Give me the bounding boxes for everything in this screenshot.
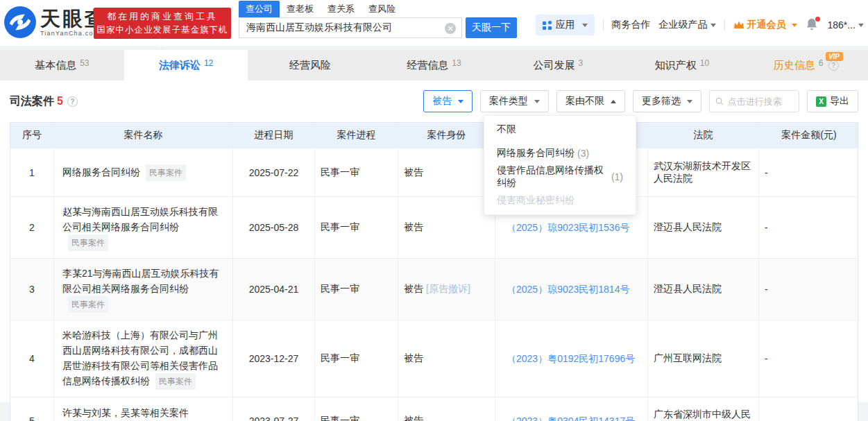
tab-label: 经营风险 xyxy=(289,59,331,72)
promo-banner-line1: 都在用的商业查询工具 xyxy=(94,10,231,24)
tianyancha-page: 天眼查 TianYanCha.com 都在用的商业查询工具 国家中小企业发展子基… xyxy=(0,0,868,421)
legal-cases-section: 司法案件 5 ? 被告 案件类型 案由不限 更多筛选 xyxy=(0,80,868,402)
chevron-down-icon xyxy=(792,24,797,27)
case-type-filter-button[interactable]: 案件类型 xyxy=(480,90,549,112)
account-menu[interactable]: 186*... xyxy=(828,19,864,31)
tab-count: 3 xyxy=(578,58,583,68)
case-number-link[interactable]: （2023）粤0192民初17696号 xyxy=(507,352,635,366)
search-tab-company[interactable]: 查公司 xyxy=(239,1,280,17)
tab-intellectual-property[interactable]: 知识产权 10 xyxy=(620,50,744,80)
apps-menu[interactable]: 应用 xyxy=(536,15,595,35)
cell-case-name: 赵某与海南西山居互动娱乐科技有限公司相关网络服务合同纠纷民事案件 xyxy=(53,197,232,258)
case-number-link[interactable]: （2025）琼9023民初1814号 xyxy=(507,282,629,296)
tab-basic-info[interactable]: 基本信息 53 xyxy=(0,50,124,80)
table-row: 4 米哈游科技（上海）有限公司与广州西山居网络科技有限公司，成都西山居世游科技有… xyxy=(10,320,858,397)
crown-icon xyxy=(733,21,744,29)
cell-case-no: （2023）粤0304民初14317号 xyxy=(495,397,647,421)
tab-label: 知识产权 xyxy=(655,59,697,72)
cause-filter-dropdown: 不限 网络服务合同纠纷 (3) 侵害作品信息网络传播权纠纷 (1) 侵害商业秘密… xyxy=(484,115,636,215)
case-name-text: 网络服务合同纠纷 xyxy=(62,166,140,178)
dropdown-item-trade-secret-dispute: 侵害商业秘密纠纷 xyxy=(484,189,636,212)
search-tab-risk[interactable]: 查风险 xyxy=(361,1,402,17)
cell-court: 武汉东湖新技术开发区人民法院 xyxy=(647,148,758,196)
table-row: 3 李某21与海南西山居互动娱乐科技有限公司相关网络服务合同纠纷民事案件 202… xyxy=(10,258,858,320)
cell-stage: 民事一审 xyxy=(314,148,398,196)
cell-no: 4 xyxy=(10,320,53,397)
tab-operating-info[interactable]: 经营信息 13 xyxy=(372,50,496,80)
nav-cooperation[interactable]: 商务合作 xyxy=(612,19,651,31)
tab-company-development[interactable]: 公司发展 3 xyxy=(496,50,620,80)
tianyancha-logo-icon xyxy=(4,6,36,38)
apps-label: 应用 xyxy=(556,19,575,31)
tab-label: 公司发展 xyxy=(533,59,575,72)
cell-role: 被告 xyxy=(398,197,495,258)
search-input[interactable] xyxy=(239,18,461,37)
cause-filter-button[interactable]: 案由不限 xyxy=(556,90,625,112)
more-filters-label: 更多筛选 xyxy=(642,95,681,108)
cell-date: 2023-07-27 xyxy=(232,397,314,421)
nav-enterprise[interactable]: 企业级产品 xyxy=(659,19,716,31)
search-button[interactable]: 天眼一下 xyxy=(466,17,517,38)
search-tab-relation[interactable]: 查关系 xyxy=(321,1,361,17)
role-filter-button[interactable]: 被告 xyxy=(423,90,473,112)
more-filters-button[interactable]: 更多筛选 xyxy=(633,90,701,112)
search-tab-boss[interactable]: 查老板 xyxy=(280,1,321,17)
cell-court: 澄迈县人民法院 xyxy=(647,197,758,258)
export-button[interactable]: X 导出 xyxy=(807,90,858,112)
table-search-input[interactable] xyxy=(728,96,793,107)
cell-amount: - xyxy=(758,320,859,397)
chevron-down-icon xyxy=(582,24,588,27)
table-row: 5 许某与刘某，吴某等相关案件民事案件 2023-07-27 民事一审 被告 （… xyxy=(10,397,858,421)
tab-count: 10 xyxy=(700,58,709,68)
role-filter-label: 被告 xyxy=(432,95,452,108)
tab-label: 历史信息 xyxy=(774,59,815,72)
help-icon[interactable]: ? xyxy=(67,96,78,107)
divider xyxy=(724,19,725,31)
section-title: 司法案件 5 ? xyxy=(10,94,78,109)
help-icon[interactable]: ? xyxy=(828,60,839,71)
tab-label: 法律诉讼 xyxy=(159,59,201,72)
search-icon xyxy=(715,96,724,106)
dropdown-item-info-network-dissemination-dispute[interactable]: 侵害作品信息网络传播权纠纷 (1) xyxy=(484,165,636,189)
section-title-text: 司法案件 xyxy=(10,94,54,109)
dropdown-item-count: (1) xyxy=(611,171,623,182)
filter-controls: 被告 案件类型 案由不限 更多筛选 xyxy=(423,90,858,112)
section-count: 5 xyxy=(57,95,63,108)
dropdown-item-label: 侵害商业秘密纠纷 xyxy=(497,194,575,207)
col-header-no: 序号 xyxy=(10,123,53,148)
promo-banner: 都在用的商业查询工具 国家中小企业发展子基金旗下机构 xyxy=(94,8,231,39)
notification-bell-icon[interactable] xyxy=(806,18,819,32)
tab-count: 12 xyxy=(204,58,213,68)
nav-enterprise-label: 企业级产品 xyxy=(659,19,708,31)
col-header-stage: 案件进程 xyxy=(314,123,398,148)
cell-amount: - xyxy=(758,197,859,258)
open-vip-link[interactable]: 开通会员 xyxy=(733,19,797,31)
chevron-up-icon xyxy=(611,100,616,103)
case-name-text: 许某与刘某，吴某等相关案件 xyxy=(62,407,189,418)
dropdown-item-unlimited[interactable]: 不限 xyxy=(484,118,636,141)
tab-operating-risk[interactable]: 经营风险 xyxy=(248,50,372,80)
cell-stage: 民事一审 xyxy=(314,197,398,258)
dropdown-item-network-service-dispute[interactable]: 网络服务合同纠纷 (3) xyxy=(484,141,636,165)
dropdown-item-label: 侵害作品信息网络传播权纠纷 xyxy=(497,164,609,189)
tab-history-info[interactable]: VIP 历史信息 6 ? xyxy=(744,50,868,80)
tab-legal-litigation[interactable]: 法律诉讼 12 xyxy=(124,50,248,80)
cell-role: 被告 xyxy=(398,320,495,397)
case-type-filter-label: 案件类型 xyxy=(489,95,528,108)
tianyancha-logo[interactable]: 天眼查 TianYanCha.com xyxy=(4,6,107,38)
col-header-amount: 案件金额(元) xyxy=(758,123,859,148)
cell-no: 5 xyxy=(10,397,53,421)
global-search: 查公司 查老板 查关系 查风险 ✕ 天眼一下 xyxy=(239,1,517,38)
clear-search-icon[interactable]: ✕ xyxy=(445,23,456,34)
case-number-link[interactable]: （2023）粤0304民初14317号 xyxy=(507,414,635,421)
vip-badge: VIP xyxy=(826,52,843,61)
cell-role: 被告 xyxy=(398,148,495,196)
company-tab-bar: 基本信息 53 法律诉讼 12 经营风险 经营信息 13 公司发展 3 知识产权… xyxy=(0,50,868,80)
col-header-case-name: 案件名称 xyxy=(53,123,232,148)
case-number-link[interactable]: （2025）琼9023民初1536号 xyxy=(507,221,629,234)
chevron-down-icon xyxy=(687,100,692,103)
notification-dot xyxy=(815,17,820,22)
tab-label: 基本信息 xyxy=(35,59,76,72)
dropdown-item-count: (3) xyxy=(577,148,589,159)
chevron-down-icon xyxy=(858,24,864,27)
